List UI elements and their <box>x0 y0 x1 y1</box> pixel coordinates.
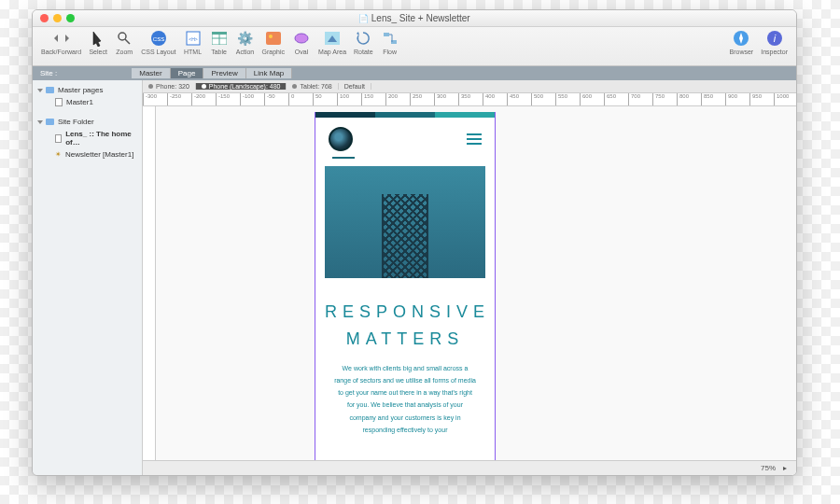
zoom-level[interactable]: 75% <box>761 464 776 472</box>
tab-master[interactable]: Master <box>132 68 170 78</box>
svg-text:<H>: <H> <box>189 36 198 42</box>
svg-text:CSS: CSS <box>153 36 164 42</box>
rotate-button[interactable]: Rotate <box>351 29 376 55</box>
back-forward-button[interactable]: Back/Forward <box>38 29 84 55</box>
graphic-button[interactable]: Graphic <box>259 29 288 55</box>
sidebar-item-newsletter[interactable]: ✴Newsletter [Master1] <box>38 148 136 161</box>
gear-icon: ⚙️ <box>236 29 255 48</box>
site-bar: Site : Master Page Preview Link Map <box>33 66 796 80</box>
inspector-button[interactable]: i Inspector <box>758 29 791 55</box>
hamburger-icon[interactable] <box>467 133 482 145</box>
graphic-icon <box>264 29 283 48</box>
bp-default[interactable]: Default <box>339 83 371 90</box>
body-copy: We work with clients big and small acros… <box>315 357 495 442</box>
browser-button[interactable]: Browser <box>727 29 757 55</box>
svg-point-12 <box>295 34 308 43</box>
tab-link-map[interactable]: Link Map <box>246 68 292 78</box>
ruler-horizontal: -300-250-200-150-100-5005010015020025030… <box>143 93 796 106</box>
cursor-icon <box>89 29 107 48</box>
page-artboard[interactable]: RESPONSIVE MATTERS We work with clients … <box>315 112 496 460</box>
status-bar: 75% ▸ <box>143 460 796 475</box>
window-title: Lens_ Site + Newsletter <box>33 13 796 23</box>
folder-icon <box>46 119 54 125</box>
svg-line-1 <box>125 39 130 44</box>
doc-tabs: Master Page Preview Link Map <box>132 68 292 78</box>
breakpoint-bar: Phone: 320 Phone (Landscape): 480 Tablet… <box>143 80 796 93</box>
ruler-vertical <box>143 106 156 460</box>
css-icon: CSS <box>149 29 168 48</box>
page-icon <box>55 98 63 106</box>
html-icon: <H> <box>184 29 203 48</box>
action-button[interactable]: ⚙️ Action <box>233 29 258 55</box>
select-button[interactable]: Select <box>86 29 110 55</box>
logo-lens-icon <box>329 127 353 151</box>
sidebar-master-pages[interactable]: Master pages <box>38 84 136 96</box>
compass-icon <box>732 29 750 48</box>
magnifier-icon <box>115 29 133 48</box>
info-icon: i <box>765 29 784 48</box>
zoom-button[interactable]: Zoom <box>112 29 136 55</box>
page-icon <box>55 134 62 143</box>
bp-phone[interactable]: Phone: 320 <box>143 83 196 90</box>
logo-underline <box>332 157 355 159</box>
toolbar: Back/Forward Select Zoom CSS CSS Layout … <box>33 27 796 66</box>
sidebar: Master pages Master1 Site Folder Lens_ :… <box>33 80 143 475</box>
table-button[interactable]: Table <box>207 29 231 55</box>
bp-tablet[interactable]: Tablet: 768 <box>287 83 338 90</box>
app-window: Lens_ Site + Newsletter Back/Forward Sel… <box>32 9 797 476</box>
sidebar-site-folder[interactable]: Site Folder <box>38 116 136 128</box>
html-button[interactable]: <H> HTML <box>181 29 205 55</box>
svg-point-0 <box>119 33 126 40</box>
back-forward-icon <box>52 29 71 48</box>
oval-icon <box>292 29 311 48</box>
css-layout-button[interactable]: CSS CSS Layout <box>138 29 178 55</box>
bp-phone-landscape[interactable]: Phone (Landscape): 480 <box>196 83 287 90</box>
rotate-icon <box>354 29 372 48</box>
gear-icon: ✴ <box>55 150 62 159</box>
flow-button[interactable]: Flow <box>378 29 402 55</box>
svg-rect-10 <box>266 32 281 45</box>
sidebar-item-lens[interactable]: Lens_ :: The home of… <box>38 128 136 148</box>
tab-preview[interactable]: Preview <box>203 68 245 78</box>
canvas[interactable]: RESPONSIVE MATTERS We work with clients … <box>156 106 796 460</box>
titlebar[interactable]: Lens_ Site + Newsletter <box>33 10 796 27</box>
svg-rect-15 <box>384 33 389 36</box>
svg-point-11 <box>269 35 273 38</box>
headline: RESPONSIVE MATTERS <box>315 286 495 357</box>
table-icon <box>210 29 229 48</box>
svg-rect-9 <box>212 32 227 35</box>
map-area-button[interactable]: Map Area <box>315 29 349 55</box>
oval-button[interactable]: Oval <box>289 29 314 55</box>
zoom-stepper-icon[interactable]: ▸ <box>783 464 787 472</box>
sidebar-item-master1[interactable]: Master1 <box>38 96 136 108</box>
hero-image <box>325 166 485 278</box>
folder-icon <box>46 87 54 93</box>
flow-icon <box>381 29 399 48</box>
tab-page[interactable]: Page <box>171 68 204 78</box>
site-label: Site : <box>40 69 57 77</box>
header-stripe <box>315 112 495 118</box>
map-area-icon <box>323 29 342 48</box>
